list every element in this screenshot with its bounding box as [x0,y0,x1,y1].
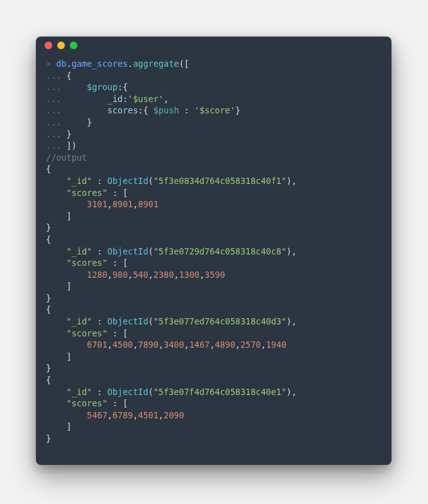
terminal-window: > db.game_scores.aggregate([ ... { ... $… [36,37,391,465]
close-icon[interactable] [45,42,52,49]
code-area: > db.game_scores.aggregate([ ... { ... $… [36,54,391,455]
titlebar [36,37,391,54]
minimize-icon[interactable] [57,42,65,49]
zoom-icon[interactable] [70,42,77,49]
